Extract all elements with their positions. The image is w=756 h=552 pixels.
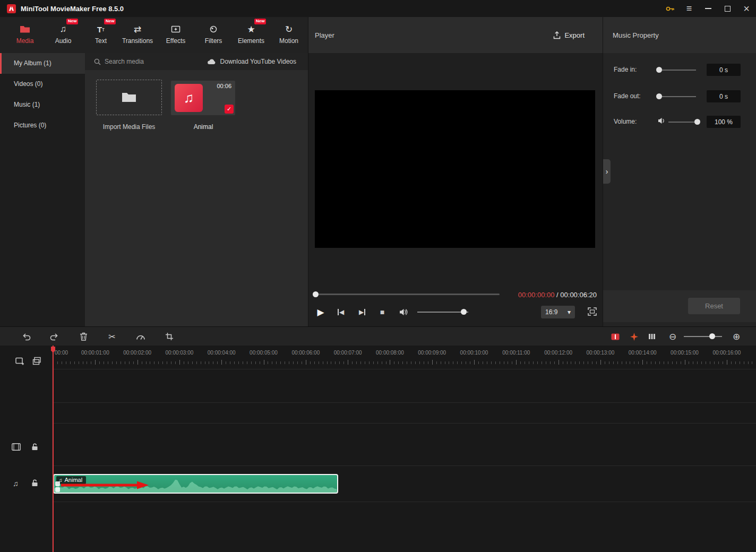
ruler-label: 00:00:01:00 xyxy=(81,350,109,356)
sidebar-item-videos[interactable]: Videos (0) xyxy=(0,74,85,94)
crop-button[interactable] xyxy=(161,327,177,346)
fade-in-knob[interactable] xyxy=(656,67,662,73)
zoom-in-button[interactable]: ⊕ xyxy=(728,327,744,346)
minimize-button[interactable] xyxy=(699,0,718,17)
delete-button[interactable] xyxy=(75,327,91,346)
playhead[interactable] xyxy=(53,346,54,552)
speed-button[interactable] xyxy=(133,327,149,346)
ruler-label: 00:00:16:00 xyxy=(712,350,741,356)
sidebar-item-pictures[interactable]: Pictures (0) xyxy=(0,115,85,136)
tab-effects[interactable]: Effects xyxy=(154,17,197,53)
tab-label: Text xyxy=(95,37,107,45)
close-button[interactable]: × xyxy=(737,0,756,17)
clip-volume-handle[interactable] xyxy=(55,487,60,492)
ruler-label: 00:00:13:00 xyxy=(586,350,614,356)
fade-out-slider[interactable] xyxy=(659,96,696,97)
collapse-panel-handle[interactable]: › xyxy=(603,159,611,184)
clip-fade-handle[interactable] xyxy=(55,481,60,486)
content: My Album (1) Videos (0) Music (1) Pictur… xyxy=(0,53,756,326)
app-title: MiniTool MovieMaker Free 8.5.0 xyxy=(21,5,124,13)
app-logo-icon xyxy=(7,4,16,13)
next-frame-button[interactable]: ▶ xyxy=(356,306,368,318)
tab-elements[interactable]: ★ Elements New xyxy=(230,17,272,53)
export-button[interactable]: Export xyxy=(553,31,585,39)
tab-label: Media xyxy=(16,37,34,45)
timeline-zoom-slider[interactable] xyxy=(684,336,722,337)
video-preview[interactable] xyxy=(315,90,595,248)
fade-out-value[interactable]: 0 s xyxy=(707,90,741,102)
track-height-icon[interactable] xyxy=(644,327,660,346)
filters-icon xyxy=(209,23,218,36)
redo-button[interactable] xyxy=(46,327,62,346)
row-separator xyxy=(52,423,756,424)
added-check-icon[interactable]: ✓ xyxy=(225,105,234,114)
prev-arrow-icon: ◀ xyxy=(339,308,344,316)
aspect-ratio-select[interactable]: 16:9 ▾ xyxy=(541,306,575,318)
music-property-title: Music Property xyxy=(613,31,659,39)
timeline-ruler[interactable]: 00:0000:00:01:0000:00:02:0000:00:03:0000… xyxy=(0,346,756,369)
window-controls: ≡ × xyxy=(660,0,756,17)
search-icon xyxy=(94,58,101,65)
duplicate-track-button[interactable] xyxy=(32,357,41,366)
mute-button[interactable] xyxy=(398,306,409,318)
media-item-animal[interactable]: ♫ 00:06 ✓ xyxy=(171,81,235,115)
row-separator xyxy=(52,502,756,502)
text-icon: Tт xyxy=(97,23,105,36)
video-track-icon xyxy=(12,443,21,451)
fullscreen-button[interactable] xyxy=(588,307,597,317)
sidebar-item-my-album[interactable]: My Album (1) xyxy=(0,53,85,74)
clip-volume-value[interactable]: 100 % xyxy=(707,116,741,128)
audio-clip-animal[interactable]: ♫ Animal xyxy=(53,474,338,494)
music-track-icon: ♫ xyxy=(13,479,19,488)
music-track-lock-icon[interactable] xyxy=(31,479,38,487)
tab-label: Filters xyxy=(205,37,222,45)
volume-knob[interactable] xyxy=(461,309,467,315)
import-media-button[interactable] xyxy=(96,80,162,115)
split-scissors-button[interactable]: ✂ xyxy=(104,327,120,346)
tab-audio[interactable]: ♫ Audio New xyxy=(42,17,84,53)
new-badge: New xyxy=(104,19,116,24)
license-key-icon[interactable] xyxy=(660,0,680,17)
tab-filters[interactable]: Filters xyxy=(192,17,235,53)
ruler-label: 00:00:10:00 xyxy=(460,350,488,356)
sidebar-item-music[interactable]: Music (1) xyxy=(0,94,85,115)
fade-in-value[interactable]: 0 s xyxy=(707,64,741,76)
stop-button[interactable]: ■ xyxy=(376,306,388,318)
tab-transitions[interactable]: ⇄ Transitions xyxy=(116,17,159,53)
player-panel: 00:00:00:00 / 00:00:06:20 ▶ ◀ ▶ ■ 16:9 ▾ xyxy=(308,53,603,326)
elements-star-icon: ★ xyxy=(247,23,255,36)
fade-in-slider[interactable] xyxy=(659,70,696,71)
tab-media[interactable]: Media xyxy=(4,17,46,53)
timeline-zoom-knob[interactable] xyxy=(709,333,715,339)
row-separator xyxy=(52,369,756,369)
cloud-icon xyxy=(207,58,217,65)
timeline-toolbar: ✂ ⊖ ⊕ xyxy=(0,326,756,346)
undo-button[interactable] xyxy=(19,327,35,346)
marker-film-icon[interactable] xyxy=(607,327,623,346)
music-property-panel: Fade in: 0 s Fade out: 0 s Volume: 100 % xyxy=(603,53,756,326)
download-youtube-button[interactable]: Download YouTube Videos xyxy=(207,58,296,65)
player-header: Player Export xyxy=(308,17,603,53)
fade-out-knob[interactable] xyxy=(656,93,662,99)
seek-knob[interactable] xyxy=(313,291,319,297)
video-track-lock-icon[interactable] xyxy=(31,443,38,451)
play-button[interactable]: ▶ xyxy=(315,306,327,318)
transitions-icon: ⇄ xyxy=(134,23,141,36)
tab-motion[interactable]: ↻ Motion xyxy=(268,17,310,53)
ruler-label: 00:00:03:00 xyxy=(165,350,193,356)
clip-waveform xyxy=(54,475,338,493)
previous-frame-button[interactable]: ◀ xyxy=(335,306,347,318)
chevron-down-icon: ▾ xyxy=(568,308,571,316)
reset-button[interactable]: Reset xyxy=(688,298,740,314)
add-media-track-button[interactable] xyxy=(15,357,25,366)
app-window: MiniTool MovieMaker Free 8.5.0 ≡ × Media… xyxy=(0,0,756,552)
clip-volume-knob[interactable] xyxy=(694,119,700,125)
maximize-button[interactable] xyxy=(718,0,737,17)
seek-bar[interactable] xyxy=(313,294,500,295)
effects-spark-icon[interactable] xyxy=(626,327,642,346)
search-input[interactable]: Search media xyxy=(94,58,144,65)
tab-text[interactable]: Tт Text New xyxy=(80,17,122,53)
topbar: Media ♫ Audio New Tт Text New ⇄ Transiti… xyxy=(0,17,756,53)
menu-icon[interactable]: ≡ xyxy=(680,0,699,17)
zoom-out-button[interactable]: ⊖ xyxy=(665,327,681,346)
